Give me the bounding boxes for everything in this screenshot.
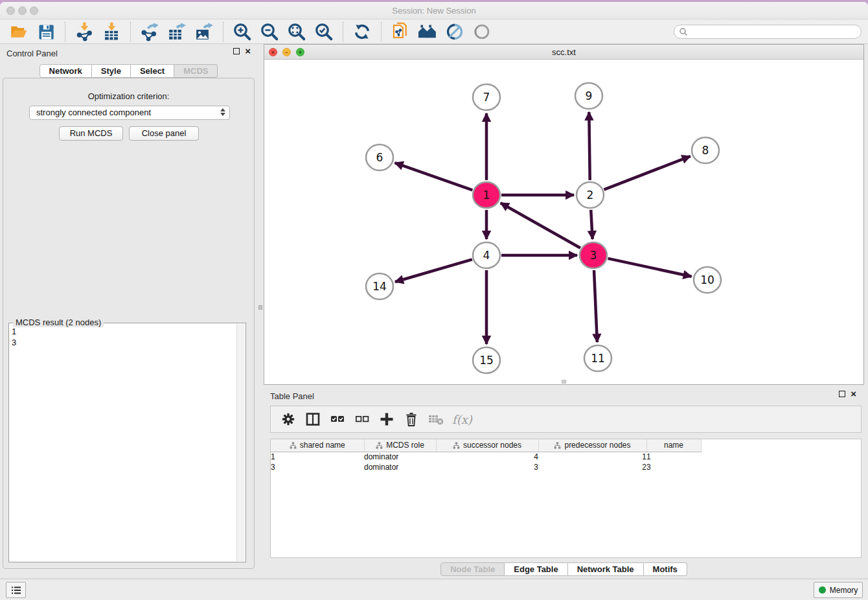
table-cell: 1: [538, 452, 646, 462]
network-view-window: × − + scc.txt 1234678910111415: [264, 44, 864, 385]
table-cell: 3: [646, 462, 701, 472]
graph-edge-3-10[interactable]: [608, 259, 691, 277]
graph-node-14[interactable]: 14: [366, 273, 393, 299]
column-header[interactable]: predecessor nodes: [538, 439, 646, 452]
graph-node-10[interactable]: 10: [694, 267, 721, 293]
svg-text:15: 15: [479, 354, 494, 367]
graph-edge-4-14[interactable]: [395, 259, 472, 282]
horizontal-splitter-grip-icon[interactable]: [562, 380, 566, 384]
graph-edge-2-3[interactable]: [591, 210, 592, 239]
tab-select[interactable]: Select: [131, 64, 174, 78]
delete-table-icon: [426, 410, 446, 429]
column-header[interactable]: shared name: [271, 439, 364, 452]
tab-mcds[interactable]: MCDS: [174, 64, 218, 78]
optimization-criterion-select[interactable]: strongly connected component: [29, 106, 230, 120]
toolbar-separator: [65, 22, 65, 41]
table-cell: 2: [538, 462, 646, 472]
result-scrollbar[interactable]: [236, 324, 245, 561]
float-panel-icon[interactable]: [233, 48, 240, 54]
memory-button[interactable]: Memory: [814, 582, 863, 598]
table-row[interactable]: 3dominator323: [271, 462, 702, 472]
network-window-titlebar[interactable]: × − + scc.txt: [264, 45, 863, 60]
column-header[interactable]: MCDS role: [364, 439, 436, 452]
search-icon: [679, 27, 688, 39]
graph-node-6[interactable]: 6: [366, 144, 393, 170]
svg-text:2: 2: [587, 189, 594, 202]
splitter-grip-icon[interactable]: [258, 305, 262, 310]
graph-node-1[interactable]: 1: [473, 182, 500, 208]
vertical-splitter[interactable]: [257, 44, 264, 572]
float-table-panel-icon[interactable]: [839, 391, 845, 397]
zoom-fit-icon[interactable]: [286, 21, 307, 42]
select-all-icon[interactable]: [328, 410, 347, 429]
graph-edge-2-9[interactable]: [589, 112, 589, 180]
select-stepper-icon: [220, 108, 225, 116]
node-table: shared nameMCDS rolesuccessor nodesprede…: [270, 439, 862, 558]
export-network-icon[interactable]: [139, 21, 160, 42]
zoom-selected-icon[interactable]: [314, 21, 334, 42]
panel-menu-button[interactable]: [6, 582, 26, 598]
graph-node-9[interactable]: 9: [575, 83, 602, 109]
export-table-icon[interactable]: [166, 21, 187, 42]
gear-icon[interactable]: [279, 410, 298, 429]
split-columns-icon[interactable]: [303, 410, 323, 429]
table-panel-title: Table Panel: [270, 391, 314, 401]
close-panel-button[interactable]: Close panel: [129, 126, 199, 141]
graph-edge-3-1[interactable]: [501, 203, 580, 248]
table-cell: 1: [646, 452, 701, 462]
window-title: Session: New Session: [0, 6, 868, 16]
add-column-icon[interactable]: [377, 410, 396, 429]
tab-style[interactable]: Style: [92, 64, 131, 78]
graph-node-7[interactable]: 7: [473, 84, 500, 110]
graph-node-8[interactable]: 8: [692, 137, 719, 163]
graph-edge-3-11[interactable]: [594, 270, 597, 342]
search-input[interactable]: [674, 25, 862, 39]
svg-text:14: 14: [372, 280, 387, 293]
delete-column-icon[interactable]: [402, 410, 421, 429]
table-panel: Table Panel ×: [264, 387, 864, 581]
deselect-all-icon[interactable]: [352, 410, 372, 429]
control-panel: Control Panel × Network Style Select MCD…: [0, 44, 257, 572]
list-icon: [10, 585, 22, 595]
graph-node-3[interactable]: 3: [580, 242, 607, 268]
import-table-icon[interactable]: [101, 21, 122, 42]
home-layout-icon[interactable]: [417, 21, 438, 42]
table-cell: 4: [436, 452, 538, 462]
tab-node-table[interactable]: Node Table: [440, 562, 505, 576]
graph-node-2[interactable]: 2: [577, 182, 604, 208]
refresh-icon[interactable]: [352, 21, 372, 42]
svg-text:7: 7: [483, 91, 490, 104]
open-session-icon[interactable]: [8, 21, 29, 42]
save-session-icon[interactable]: [36, 21, 56, 42]
table-row[interactable]: 1dominator411: [271, 452, 702, 462]
tab-network[interactable]: Network: [40, 64, 92, 78]
tab-motifs[interactable]: Motifs: [644, 562, 687, 576]
graph-node-4[interactable]: 4: [473, 242, 500, 268]
import-network-icon[interactable]: [74, 21, 95, 42]
graph-node-11[interactable]: 11: [584, 345, 611, 371]
tab-edge-table[interactable]: Edge Table: [505, 562, 567, 576]
zoom-out-icon[interactable]: [259, 21, 280, 42]
column-hierarchy-icon: [376, 442, 383, 449]
table-tabs: Node TableEdge TableNetwork TableMotifs: [264, 562, 864, 576]
export-image-icon[interactable]: [194, 21, 214, 42]
graph-edge-2-8[interactable]: [604, 156, 690, 190]
svg-text:1: 1: [483, 189, 490, 202]
table-cell: dominator: [364, 452, 436, 462]
close-panel-icon[interactable]: ×: [245, 48, 251, 54]
run-mcds-button[interactable]: Run MCDS: [59, 126, 123, 141]
toolbar-separator: [381, 22, 382, 41]
column-hierarchy-icon: [453, 442, 460, 449]
svg-text:8: 8: [702, 144, 709, 157]
graph-edge-1-6[interactable]: [395, 163, 473, 190]
graph-node-15[interactable]: 15: [473, 347, 500, 373]
close-table-panel-icon[interactable]: ×: [851, 391, 856, 397]
network-canvas[interactable]: 1234678910111415: [264, 60, 863, 384]
column-header[interactable]: successor nodes: [436, 439, 538, 452]
column-header[interactable]: name: [646, 439, 701, 452]
tab-network-table[interactable]: Network Table: [568, 562, 644, 576]
apply-style-icon[interactable]: [444, 21, 465, 42]
svg-text:10: 10: [700, 273, 714, 286]
clone-network-icon[interactable]: [390, 21, 411, 42]
zoom-in-icon[interactable]: [232, 21, 253, 42]
